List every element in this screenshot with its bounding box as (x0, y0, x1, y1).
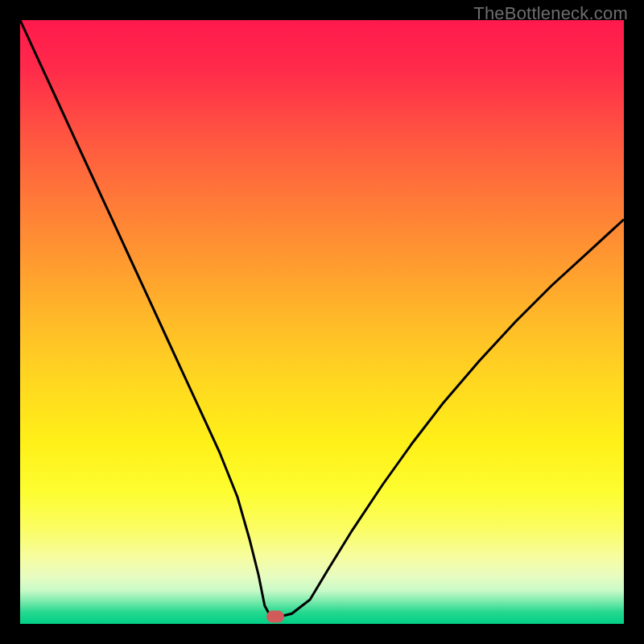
outer-frame: TheBottleneck.com (0, 0, 644, 644)
plot-area (20, 20, 624, 624)
optimal-point-marker (266, 611, 284, 623)
curve-path (20, 20, 624, 617)
bottleneck-curve (20, 20, 624, 624)
